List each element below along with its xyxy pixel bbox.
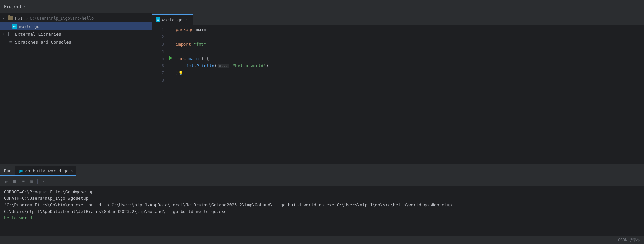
editor-area: go world.go × 1 2 3 4 5 6 7 8 — [152, 13, 644, 164]
param-hint: a... — [218, 64, 230, 68]
terminal-line-3: "C:\Program Files\Go\bin\go.exe" build -… — [4, 202, 640, 208]
sidebar-item-hello[interactable]: ▾ hello C:\Users\nlp_1\go\src\hello — [0, 14, 152, 22]
sidebar-item-external-libraries[interactable]: › External Libraries — [0, 30, 152, 38]
code-line-2 — [169, 33, 644, 41]
trash-button[interactable]: 🗑 — [28, 178, 35, 185]
scratches-icon: ≡ — [8, 39, 14, 45]
lightbulb-icon[interactable]: 💡 — [178, 69, 183, 77]
chevron-down-icon: ▾ — [3, 17, 8, 20]
terminal-line-5: hello world — [4, 215, 640, 221]
filter-icon: ≡ — [22, 179, 24, 184]
status-bar: CSDN @李布 — [0, 236, 644, 244]
toolbar-separator — [37, 179, 38, 184]
hello-folder-label: hello — [15, 16, 28, 21]
go-build-tab-label: go build world.go — [25, 168, 69, 173]
tab-world-go[interactable]: go world.go × — [152, 14, 193, 25]
code-line-7: } 💡 — [169, 69, 644, 77]
func-main: main — [188, 55, 199, 62]
tab-world-go-label: world.go — [162, 17, 183, 22]
code-line-5: func main() { — [169, 55, 644, 62]
trash-icon: 🗑 — [30, 179, 34, 184]
more-button[interactable]: ⋮ — [40, 178, 47, 185]
terminal-line-1: GOROOT=C:\Program Files\Go #gosetup — [4, 189, 640, 195]
bottom-tab-bar: Run go go build world.go × — [0, 164, 644, 176]
more-icon: ⋮ — [41, 179, 45, 184]
folder-icon — [8, 16, 14, 21]
keyword-func: func — [176, 55, 186, 62]
world-go-label: world.go — [19, 24, 40, 29]
project-chevron-icon[interactable]: ▾ — [23, 5, 25, 8]
editor-tab-bar: go world.go × — [152, 13, 644, 25]
terminal-line-2: GOPATH=C:\Users\nlp_1\go #gosetup — [4, 195, 640, 202]
status-text: CSDN @李布 — [618, 237, 640, 243]
external-libraries-label: External Libraries — [15, 32, 61, 37]
code-line-3: import "fmt" — [169, 41, 644, 48]
go-file-icon: go — [12, 24, 18, 29]
terminal-output[interactable]: GOROOT=C:\Program Files\Go #gosetup GOPA… — [0, 187, 644, 236]
title-bar: Project ▾ — [0, 0, 644, 13]
terminal-toolbar: ↺ ■ ≡ 🗑 ⋮ — [0, 176, 644, 187]
external-libraries-icon — [8, 31, 14, 37]
go-build-tab-close[interactable]: × — [71, 169, 73, 173]
code-lines[interactable]: package main import "fmt" — [168, 26, 644, 164]
go-build-icon: go — [19, 169, 23, 173]
stop-button[interactable]: ■ — [11, 178, 18, 185]
code-line-6: fmt.Println(a... "hello world") — [169, 62, 644, 69]
sidebar-item-world-go[interactable]: go world.go — [0, 22, 152, 30]
sidebar: ▾ hello C:\Users\nlp_1\go\src\hello go w… — [0, 13, 152, 164]
chevron-right-icon: › — [3, 32, 8, 36]
line-numbers: 1 2 3 4 5 6 7 8 — [152, 26, 168, 164]
terminal-line-4: C:\Users\nlp_1\AppData\Local\JetBrains\G… — [4, 208, 640, 215]
go-tab-file-icon: go — [156, 17, 160, 22]
scratches-label: Scratches and Consoles — [15, 40, 71, 45]
stop-icon: ■ — [13, 179, 16, 184]
main-content: ▾ hello C:\Users\nlp_1\go\src\hello go w… — [0, 13, 644, 164]
keyword-import: import — [176, 41, 191, 48]
project-title[interactable]: Project — [4, 4, 22, 9]
rerun-icon: ↺ — [5, 179, 8, 184]
run-tab-label: Run — [4, 168, 11, 173]
bottom-panel: Run go go build world.go × ↺ ■ ≡ 🗑 ⋮ GOR… — [0, 164, 644, 236]
keyword-package: package — [176, 26, 194, 33]
code-editor[interactable]: 1 2 3 4 5 6 7 8 package main — [152, 25, 644, 164]
sidebar-item-scratches[interactable]: › ≡ Scratches and Consoles — [0, 38, 152, 46]
tab-close-button[interactable]: × — [184, 17, 189, 22]
scratches-chevron-icon: › — [3, 40, 8, 44]
rerun-button[interactable]: ↺ — [3, 178, 10, 185]
filter-button[interactable]: ≡ — [20, 178, 27, 185]
tab-run[interactable]: Run — [0, 166, 15, 176]
run-button-icon[interactable] — [169, 56, 172, 60]
code-line-8 — [169, 77, 644, 84]
tab-go-build[interactable]: go go build world.go × — [15, 166, 76, 176]
code-line-1: package main — [169, 26, 644, 33]
hello-folder-path: C:\Users\nlp_1\go\src\hello — [30, 16, 94, 21]
code-line-4 — [169, 48, 644, 55]
